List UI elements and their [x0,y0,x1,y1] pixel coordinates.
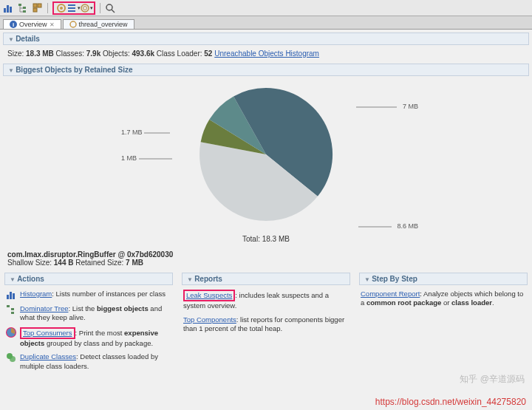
toolbar: ▾ ▾ [0,0,532,16]
bar-chart-icon[interactable] [3,3,13,13]
svg-rect-8 [33,8,37,12]
svg-rect-29 [11,308,14,310]
svg-point-10 [60,7,63,10]
tree-icon[interactable] [18,3,28,13]
svg-rect-30 [11,312,14,314]
close-icon[interactable]: ✕ [50,21,55,28]
svg-rect-0 [4,8,6,13]
svg-rect-13 [68,10,75,12]
svg-line-17 [112,10,115,13]
separator [47,3,48,13]
svg-point-14 [81,4,89,12]
svg-point-16 [106,4,112,10]
slice-label-8.6mb: 8.6 MB [358,222,418,230]
highlighted-toolbar-group: ▾ ▾ [52,1,95,15]
svg-rect-7 [38,4,41,7]
reports-header[interactable]: Reports [182,273,350,285]
pie-icon [6,327,16,338]
svg-rect-5 [23,10,26,13]
component-report-link[interactable]: Component Report [361,290,420,298]
tab-thread-overview[interactable]: thread_overview [63,19,134,29]
stepbystep-header[interactable]: Step By Step [359,273,528,285]
histogram-link[interactable]: Histogram [20,290,52,298]
search-icon[interactable] [105,3,115,13]
tab-label: Overview [19,21,47,28]
actions-header[interactable]: Actions [4,273,173,285]
squares-icon[interactable] [33,3,43,13]
action-histogram: Histogram: Lists number of instances per… [6,290,171,300]
pie-chart: 7 MB 1.7 MB 1 MB 8.6 MB Total: 18.3 MB [3,81,529,243]
svg-point-33 [10,356,16,362]
gear-icon[interactable] [56,3,66,13]
editor-tabs: i Overview ✕ thread_overview [0,16,532,30]
svg-text:i: i [13,21,14,28]
svg-rect-11 [68,4,75,6]
svg-point-15 [83,6,87,10]
step-component-report: Component Report: Analyze objects which … [361,290,526,308]
dominator-link[interactable]: Dominator Tree [20,304,68,312]
unreachable-link[interactable]: Unreachable Objects Histogram [214,49,319,58]
slice-label-1mb: 1 MB [121,154,176,162]
actions-body: Histogram: Lists number of instances per… [1,287,176,378]
separator [100,3,100,13]
slice-label-1.7mb: 1.7 MB [121,129,174,136]
source-url: https://blog.csdn.net/weixin_44275820 [375,397,526,407]
reports-body: Leak Suspects: includes leak suspects an… [179,287,353,341]
biggest-header[interactable]: Biggest Objects by Retained Size [3,64,529,76]
chart-total: Total: 18.3 MB [3,235,529,243]
info-icon: i [10,21,17,28]
leak-suspects-link[interactable]: Leak Suspects [186,291,232,299]
details-body: Size: 18.3 MB Classes: 7.9k Objects: 493… [0,47,532,61]
action-duplicate: Duplicate Classes: Detect classes loaded… [6,352,171,371]
selected-object: com.lmax.disruptor.RingBuffer @ 0x7bd620… [0,247,532,270]
slice-label-7mb: 7 MB [356,103,418,110]
svg-rect-28 [7,305,10,307]
tab-label: thread_overview [79,21,128,28]
list-icon[interactable]: ▾ [69,3,79,13]
top-components-link[interactable]: Top Components [183,315,236,324]
top-consumers-link[interactable]: Top Consumers [23,329,72,337]
dup-icon [6,352,16,363]
stepbystep-body: Component Report: Analyze objects which … [356,287,531,315]
action-top-consumers: Top Consumers: Print the most expensive … [6,327,171,349]
gear-icon [69,21,77,28]
svg-point-20 [70,21,76,27]
spiral-icon[interactable]: ▾ [81,3,92,13]
report-top-components: Top Components: list reports for compone… [183,315,349,334]
svg-rect-6 [33,4,37,7]
bar-chart-icon [6,290,16,300]
action-dominator: Dominator Tree: List the biggest objects… [6,304,171,323]
report-leak: Leak Suspects: includes leak suspects an… [183,290,349,311]
details-header[interactable]: Details [3,33,529,45]
svg-rect-3 [18,4,21,6]
svg-rect-2 [10,7,12,13]
svg-rect-12 [68,7,75,9]
tab-overview[interactable]: i Overview ✕ [3,19,61,29]
svg-rect-4 [23,7,26,9]
duplicate-link[interactable]: Duplicate Classes [20,352,76,361]
svg-rect-25 [7,295,9,299]
svg-rect-1 [7,5,9,13]
svg-rect-26 [10,292,12,299]
watermark: 知乎 @辛道源码 [460,373,525,386]
svg-rect-27 [13,293,15,299]
tree-icon [6,304,16,315]
